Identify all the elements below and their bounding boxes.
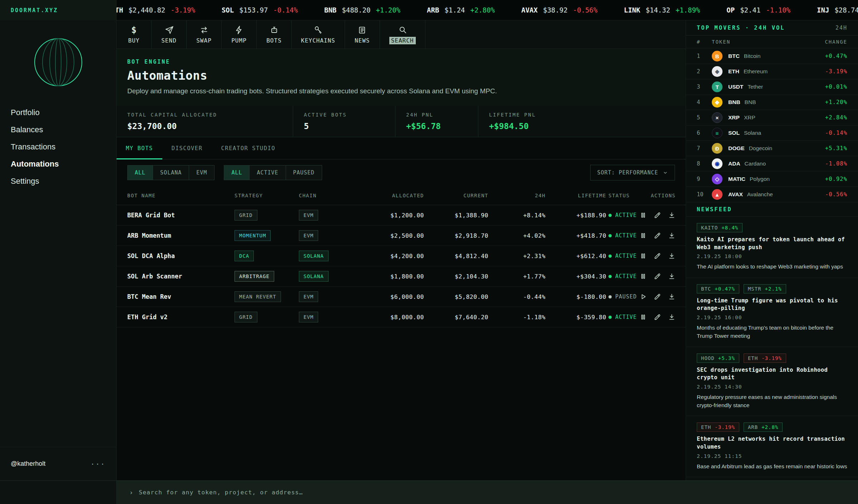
sidebar-item-transactions[interactable]: Transactions <box>0 138 116 155</box>
filter-chain-evm[interactable]: EVM <box>189 165 214 180</box>
status-label: ACTIVE <box>615 253 637 259</box>
token-name: Ethereum <box>744 68 768 75</box>
nav-tab-swap[interactable]: SWAP <box>187 20 222 49</box>
top-movers-header: TOP MOVERS · 24H VOL 24H <box>686 20 858 35</box>
search-input[interactable] <box>139 489 460 496</box>
bot-name: SOL Arb Scanner <box>127 273 182 280</box>
current-value: $2,104.30 <box>424 273 488 280</box>
mover-row-sol[interactable]: 6≡SOLSolana-0.14% <box>686 125 858 141</box>
tab-creator-studio[interactable]: CREATOR STUDIO <box>212 137 285 159</box>
sidebar-item-portfolio[interactable]: Portfolio <box>0 104 116 121</box>
token-name: Dogecoin <box>749 145 773 152</box>
news-icon <box>358 25 367 35</box>
nav-tab-pump[interactable]: PUMP <box>222 20 257 49</box>
sort-dropdown[interactable]: SORT: PERFORMANCE <box>590 165 675 181</box>
edit-button[interactable] <box>654 252 661 260</box>
status-dot-icon <box>608 295 612 298</box>
download-button[interactable] <box>668 211 676 219</box>
mover-row-btc[interactable]: 1BBTCBitcoin+0.47% <box>686 49 858 64</box>
play-button[interactable] <box>639 293 647 301</box>
filter-chain-solana[interactable]: SOLANA <box>153 165 189 180</box>
table-header: BOT NAMESTRATEGYCHAINALLOCATEDCURRENT24H… <box>117 186 686 205</box>
pause-button[interactable] <box>639 252 647 260</box>
edit-button[interactable] <box>654 272 661 280</box>
edit-icon <box>654 211 661 219</box>
nav-tab-search[interactable]: SEARCH <box>380 20 425 49</box>
download-button[interactable] <box>668 293 676 301</box>
news-item[interactable]: BTC+0.47%MSTR+2.1%Long-time Trump figure… <box>686 278 858 347</box>
download-button[interactable] <box>668 313 676 321</box>
news-timestamp: 2.19.25 11:15 <box>697 453 847 459</box>
status-dot-icon <box>608 316 612 319</box>
news-item[interactable]: ETH-3.19%ARB+2.8%Ethereum L2 networks hi… <box>686 416 858 477</box>
bot-name: BERA Grid Bot <box>127 212 175 219</box>
sidebar-item-balances[interactable]: Balances <box>0 121 116 138</box>
token-icon-doge: Ð <box>712 143 723 154</box>
news-item[interactable]: KAITO+8.4%Kaito AI prepares for token la… <box>686 217 858 278</box>
pause-button[interactable] <box>639 313 647 321</box>
token-change: +0.47% <box>825 53 847 59</box>
sidebar-item-automations[interactable]: Automations <box>0 155 116 173</box>
nav-tab-buy[interactable]: $BUY <box>117 20 152 49</box>
ticker-symbol: INJ <box>817 6 829 14</box>
tab-my-bots[interactable]: MY BOTS <box>117 137 162 159</box>
column-header-status: STATUS <box>606 193 646 198</box>
token-icon-sol: ≡ <box>712 128 723 138</box>
news-badges: KAITO+8.4% <box>697 223 847 232</box>
edit-button[interactable] <box>654 232 661 239</box>
token-icon-avax: ▲ <box>712 189 723 200</box>
nav-tab-send[interactable]: SEND <box>152 20 187 49</box>
news-body: Regulatory pressure eases as new adminis… <box>697 393 847 410</box>
pause-button[interactable] <box>639 211 647 219</box>
mover-row-avax[interactable]: 10▲AVAXAvalanche-0.56% <box>686 187 858 202</box>
page-header: BOT ENGINE Automations Deploy and manage… <box>117 49 686 106</box>
edit-icon <box>654 252 661 260</box>
token-symbol: SOL <box>728 130 740 136</box>
token-name: Polygon <box>750 176 770 182</box>
mover-row-ada[interactable]: 8◉ADACardano-1.08% <box>686 156 858 172</box>
bots-table: BERA Grid BotGRIDEVM$1,200.00$1,388.90+8… <box>117 205 686 327</box>
filter-status-active[interactable]: ACTIVE <box>250 165 286 180</box>
download-button[interactable] <box>668 232 676 239</box>
user-menu-button[interactable]: ··· <box>90 460 105 468</box>
mover-row-bnb[interactable]: 4◆BNBBNB+1.20% <box>686 95 858 110</box>
chain-badge: SOLANA <box>299 251 329 261</box>
download-button[interactable] <box>668 252 676 260</box>
news-item[interactable]: HOOD+5.3%ETH-3.19%SEC drops investigatio… <box>686 347 858 416</box>
mover-row-eth[interactable]: 2◆ETHEthereum-3.19% <box>686 64 858 79</box>
news-badges: ETH-3.19%ARB+2.8% <box>697 423 847 432</box>
filter-status-all[interactable]: ALL <box>224 165 250 180</box>
status-label: PAUSED <box>615 293 637 300</box>
download-button[interactable] <box>668 272 676 280</box>
mover-row-usdt[interactable]: 3TUSDTTether+0.01% <box>686 79 858 95</box>
edit-button[interactable] <box>654 313 661 321</box>
status-label: ACTIVE <box>615 273 637 280</box>
badge-change: +8.4% <box>721 225 738 231</box>
tab-discover[interactable]: DISCOVER <box>162 137 212 159</box>
strategy-badge: GRID <box>235 312 257 322</box>
filter-status-paused[interactable]: PAUSED <box>286 165 322 180</box>
filter-chain-all[interactable]: ALL <box>128 165 153 180</box>
chain-badge: EVM <box>299 230 318 241</box>
mover-row-matic[interactable]: 9◇MATICPolygon+0.92% <box>686 172 858 187</box>
nav-tab-label: KEYCHAINS <box>301 37 335 44</box>
badge-symbol: ETH <box>748 355 758 361</box>
pause-button[interactable] <box>639 272 647 280</box>
nav-tab-keychains[interactable]: KEYCHAINS <box>292 20 345 49</box>
table-row: SOL DCA AlphaDCASOLANA$4,200.00$4,812.40… <box>117 246 686 266</box>
pause-icon <box>639 232 647 239</box>
chain-cell: EVM <box>299 312 352 322</box>
pause-button[interactable] <box>639 232 647 239</box>
token-name: Solana <box>744 130 761 136</box>
nav-tab-news[interactable]: NEWS <box>345 20 380 49</box>
edit-button[interactable] <box>654 211 661 219</box>
ticker-change: -0.56% <box>573 6 598 14</box>
mover-row-doge[interactable]: 7ÐDOGEDogecoin+5.31% <box>686 141 858 156</box>
mover-rank: 8 <box>697 160 712 167</box>
status-dot-icon <box>608 214 612 217</box>
mover-row-xrp[interactable]: 5×XRPXRP+2.84% <box>686 110 858 125</box>
nav-tab-bots[interactable]: BOTS <box>257 20 292 49</box>
sidebar-item-settings[interactable]: Settings <box>0 173 116 190</box>
edit-button[interactable] <box>654 293 661 301</box>
change-24h-value: -0.44% <box>488 293 546 300</box>
